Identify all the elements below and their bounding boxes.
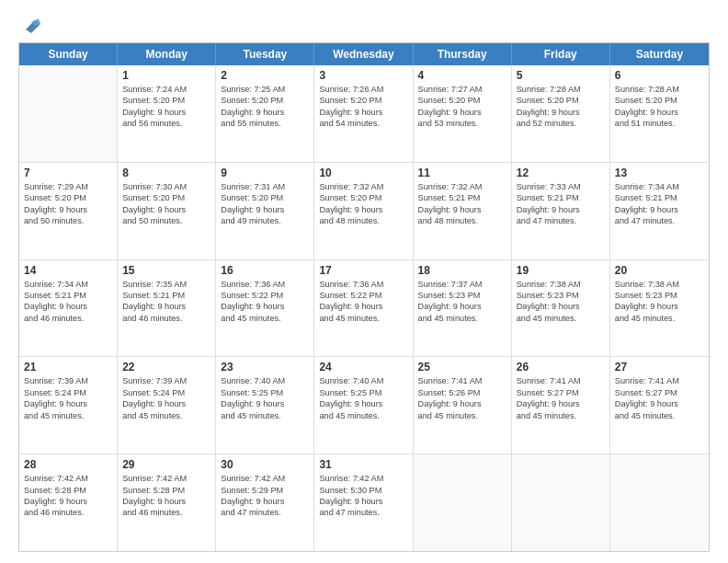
day-number: 21 <box>24 361 112 373</box>
empty-cell <box>512 454 610 551</box>
week-row-1: 1Sunrise: 7:24 AMSunset: 5:20 PMDaylight… <box>19 65 709 163</box>
header-day-saturday: Saturday <box>610 43 709 65</box>
cell-info-line: and 46 minutes. <box>24 507 112 518</box>
day-cell-4: 4Sunrise: 7:27 AMSunset: 5:20 PMDaylight… <box>414 65 512 162</box>
calendar-body: 1Sunrise: 7:24 AMSunset: 5:20 PMDaylight… <box>19 65 709 551</box>
cell-info-line: Sunrise: 7:42 AM <box>221 473 309 484</box>
day-number: 1 <box>122 69 210 82</box>
cell-info-line: Daylight: 9 hours <box>615 107 704 118</box>
day-cell-1: 1Sunrise: 7:24 AMSunset: 5:20 PMDaylight… <box>118 65 216 162</box>
cell-info-line: Daylight: 9 hours <box>319 301 407 312</box>
cell-info-line: and 45 minutes. <box>517 410 605 421</box>
cell-info-line: and 46 minutes. <box>24 313 112 324</box>
header <box>18 15 710 35</box>
header-day-thursday: Thursday <box>414 43 512 65</box>
cell-info-line: Sunset: 5:23 PM <box>615 290 704 301</box>
cell-info-line: Sunrise: 7:39 AM <box>122 375 210 386</box>
cell-info-line: and 49 minutes. <box>221 215 309 226</box>
cell-info-line: and 47 minutes. <box>517 215 605 226</box>
day-cell-14: 14Sunrise: 7:34 AMSunset: 5:21 PMDayligh… <box>19 260 118 357</box>
week-row-2: 7Sunrise: 7:29 AMSunset: 5:20 PMDaylight… <box>19 163 709 260</box>
cell-info-line: and 45 minutes. <box>221 410 309 421</box>
cell-info-line: and 45 minutes. <box>615 313 704 324</box>
cell-info-line: Sunrise: 7:28 AM <box>517 84 605 95</box>
cell-info-line: and 47 minutes. <box>615 215 704 226</box>
cell-info-line: Daylight: 9 hours <box>418 107 506 118</box>
day-cell-27: 27Sunrise: 7:41 AMSunset: 5:27 PMDayligh… <box>610 357 709 454</box>
cell-info-line: Daylight: 9 hours <box>319 496 407 507</box>
day-cell-10: 10Sunrise: 7:32 AMSunset: 5:20 PMDayligh… <box>314 163 413 259</box>
day-number: 4 <box>418 69 506 82</box>
cell-info-line: and 45 minutes. <box>319 313 407 324</box>
day-cell-5: 5Sunrise: 7:28 AMSunset: 5:20 PMDaylight… <box>512 65 610 162</box>
cell-info-line: Sunset: 5:24 PM <box>24 387 112 398</box>
day-cell-23: 23Sunrise: 7:40 AMSunset: 5:25 PMDayligh… <box>216 357 314 454</box>
header-day-friday: Friday <box>512 43 610 65</box>
cell-info-line: Sunrise: 7:34 AM <box>24 279 112 290</box>
day-number: 23 <box>221 361 309 373</box>
cell-info-line: and 45 minutes. <box>221 313 309 324</box>
cell-info-line: Daylight: 9 hours <box>615 301 704 312</box>
cell-info-line: and 53 minutes. <box>418 118 506 129</box>
cell-info-line: Sunset: 5:29 PM <box>221 485 309 496</box>
cell-info-line: Sunset: 5:20 PM <box>319 95 407 106</box>
day-number: 22 <box>122 361 210 373</box>
day-cell-20: 20Sunrise: 7:38 AMSunset: 5:23 PMDayligh… <box>610 260 709 357</box>
cell-info-line: Sunset: 5:20 PM <box>122 95 210 106</box>
cell-info-line: Sunset: 5:28 PM <box>24 485 112 496</box>
cell-info-line: Sunrise: 7:38 AM <box>615 279 704 290</box>
day-cell-8: 8Sunrise: 7:30 AMSunset: 5:20 PMDaylight… <box>118 163 216 259</box>
cell-info-line: and 45 minutes. <box>615 410 704 421</box>
day-cell-12: 12Sunrise: 7:33 AMSunset: 5:21 PMDayligh… <box>512 163 610 259</box>
cell-info-line: Sunrise: 7:40 AM <box>221 375 309 386</box>
day-cell-3: 3Sunrise: 7:26 AMSunset: 5:20 PMDaylight… <box>314 65 413 162</box>
day-number: 30 <box>221 458 309 471</box>
week-row-5: 28Sunrise: 7:42 AMSunset: 5:28 PMDayligh… <box>19 454 709 551</box>
cell-info-line: Daylight: 9 hours <box>418 301 506 312</box>
day-cell-28: 28Sunrise: 7:42 AMSunset: 5:28 PMDayligh… <box>19 454 118 551</box>
cell-info-line: Sunset: 5:20 PM <box>418 95 506 106</box>
cell-info-line: and 45 minutes. <box>418 313 506 324</box>
cell-info-line: Sunrise: 7:42 AM <box>122 473 210 484</box>
cell-info-line: Sunrise: 7:31 AM <box>221 181 309 192</box>
day-number: 19 <box>517 264 605 277</box>
cell-info-line: Daylight: 9 hours <box>122 301 210 312</box>
cell-info-line: Sunrise: 7:36 AM <box>319 279 407 290</box>
cell-info-line: Sunrise: 7:42 AM <box>319 473 407 484</box>
cell-info-line: and 47 minutes. <box>221 507 309 518</box>
cell-info-line: Sunrise: 7:32 AM <box>418 181 506 192</box>
empty-cell <box>414 454 512 551</box>
day-cell-29: 29Sunrise: 7:42 AMSunset: 5:28 PMDayligh… <box>118 454 216 551</box>
cell-info-line: Sunset: 5:20 PM <box>24 192 112 203</box>
cell-info-line: Sunset: 5:26 PM <box>418 387 506 398</box>
cell-info-line: Daylight: 9 hours <box>24 496 112 507</box>
cell-info-line: Sunset: 5:20 PM <box>221 192 309 203</box>
cell-info-line: Daylight: 9 hours <box>122 398 210 409</box>
day-number: 12 <box>517 167 605 179</box>
cell-info-line: and 48 minutes. <box>418 215 506 226</box>
cell-info-line: Sunrise: 7:28 AM <box>615 84 704 95</box>
cell-info-line: Daylight: 9 hours <box>221 204 309 215</box>
cell-info-line: Sunrise: 7:25 AM <box>221 84 309 95</box>
cell-info-line: Sunset: 5:28 PM <box>122 485 210 496</box>
day-cell-9: 9Sunrise: 7:31 AMSunset: 5:20 PMDaylight… <box>216 163 314 259</box>
cell-info-line: Sunrise: 7:34 AM <box>615 181 704 192</box>
day-number: 11 <box>418 167 506 179</box>
cell-info-line: Daylight: 9 hours <box>418 204 506 215</box>
day-number: 15 <box>122 264 210 277</box>
cell-info-line: Daylight: 9 hours <box>24 301 112 312</box>
cell-info-line: and 51 minutes. <box>615 118 704 129</box>
cell-info-line: Sunset: 5:22 PM <box>319 290 407 301</box>
day-cell-19: 19Sunrise: 7:38 AMSunset: 5:23 PMDayligh… <box>512 260 610 357</box>
cell-info-line: Daylight: 9 hours <box>517 301 605 312</box>
day-cell-24: 24Sunrise: 7:40 AMSunset: 5:25 PMDayligh… <box>314 357 413 454</box>
cell-info-line: Sunset: 5:22 PM <box>221 290 309 301</box>
cell-info-line: and 45 minutes. <box>24 410 112 421</box>
day-number: 6 <box>615 69 704 82</box>
day-cell-6: 6Sunrise: 7:28 AMSunset: 5:20 PMDaylight… <box>610 65 709 162</box>
logo <box>18 18 42 35</box>
cell-info-line: Sunrise: 7:26 AM <box>319 84 407 95</box>
cell-info-line: Sunset: 5:20 PM <box>221 95 309 106</box>
cell-info-line: Sunset: 5:30 PM <box>319 485 407 496</box>
day-number: 26 <box>517 361 605 373</box>
